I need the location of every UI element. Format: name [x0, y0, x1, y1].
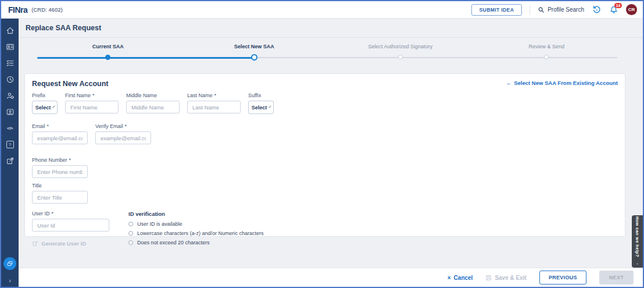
chevron-down-icon [269, 105, 271, 108]
home-icon[interactable] [5, 26, 15, 35]
last-name-field[interactable] [187, 101, 241, 113]
id-card-icon[interactable] [5, 42, 15, 51]
title-label: Title [32, 183, 88, 189]
header-divider [529, 5, 530, 15]
notification-badge: 14 [614, 3, 622, 8]
verify-email-field[interactable] [95, 131, 151, 144]
prefix-label: Prefix [32, 93, 58, 98]
step-dot-completed [105, 55, 110, 60]
prefix-select[interactable]: Select [32, 101, 58, 114]
close-icon: × [448, 275, 451, 281]
step-review-send: Review & Send [474, 44, 620, 61]
user-id-field[interactable] [32, 219, 109, 232]
top-header: FINra (CRD: 4602) SUBMIT IDEA Profile Se… [1, 1, 643, 19]
id-rule-characters: Lowercase characters (a-z) and/or Numeri… [128, 230, 264, 236]
step-dot-upcoming [544, 55, 549, 59]
user-avatar[interactable]: CR [626, 4, 637, 15]
card-title: Request New Account [32, 80, 109, 88]
step-current-saa: Current SAA [35, 44, 181, 61]
radio-icon[interactable] [128, 222, 133, 226]
middle-name-field[interactable] [126, 101, 180, 113]
first-name-label: First Name* [65, 93, 119, 98]
profile-search-label: Profile Search [548, 6, 584, 13]
required-marker: * [214, 93, 217, 98]
user-id-label: User ID* [32, 211, 109, 216]
suffix-label: Suffix [248, 93, 274, 98]
crd-label: (CRD: 4602) [31, 6, 62, 13]
generate-icon [32, 240, 38, 247]
user-settings-icon[interactable] [5, 91, 15, 100]
footer-action-bar: × Cancel Save & Exit PREVIOUS NEXT [19, 268, 643, 287]
profile-search[interactable]: Profile Search [538, 6, 584, 13]
notifications-bell-icon[interactable]: 14 [609, 5, 618, 15]
phone-label: Phone Number* [32, 157, 88, 163]
cancel-button[interactable]: × Cancel [448, 275, 473, 281]
save-icon [485, 275, 492, 281]
suffix-select[interactable]: Select [248, 101, 274, 114]
step-dot-current [251, 54, 257, 61]
team-icon[interactable] [5, 107, 15, 116]
quick-panel-button[interactable] [3, 257, 16, 270]
external-link-icon[interactable] [5, 156, 15, 165]
radio-icon[interactable] [128, 231, 133, 236]
checklist-icon[interactable] [5, 58, 15, 67]
finra-logo: FINra [8, 5, 27, 15]
last-name-label: Last Name* [187, 93, 241, 98]
submit-idea-button[interactable]: SUBMIT IDEA [471, 4, 523, 16]
save-exit-button[interactable]: Save & Exit [485, 275, 526, 281]
id-verification-group: ID verification User ID is available Low… [128, 211, 264, 249]
required-marker: * [47, 123, 49, 129]
phone-field[interactable] [32, 165, 88, 178]
id-verification-title: ID verification [128, 211, 264, 217]
radio-icon[interactable] [128, 240, 133, 245]
main-content: Replace SAA Request Current SAA Select N… [19, 19, 643, 287]
recent-history-icon[interactable] [592, 5, 602, 15]
required-marker: * [52, 211, 54, 216]
email-label: Email* [32, 123, 88, 129]
request-new-account-card: Request New Account ← Select New SAA Fro… [24, 73, 625, 237]
page-title: Replace SAA Request [19, 19, 643, 38]
app-window: FINra (CRD: 4602) SUBMIT IDEA Profile Se… [1, 1, 643, 287]
required-marker: * [69, 157, 71, 163]
title-field[interactable] [32, 191, 88, 204]
help-tab[interactable]: How can we help? ‹ [632, 215, 643, 268]
previous-button[interactable]: PREVIOUS [539, 271, 586, 285]
search-icon [538, 6, 545, 13]
help-question-icon[interactable]: ? [5, 140, 15, 149]
progress-stepper: Current SAA Select New SAA Select Author… [19, 38, 643, 67]
required-marker: * [92, 93, 95, 98]
sidebar-expand-chevron[interactable]: › [1, 275, 19, 286]
id-rule-length: Does not exceed 20 characters [128, 240, 264, 246]
step-dot-upcoming [398, 55, 403, 59]
clock-history-icon[interactable] [5, 74, 15, 84]
required-marker: * [125, 123, 127, 129]
chevron-down-icon [53, 105, 55, 108]
first-name-field[interactable] [65, 101, 119, 113]
chevron-left-icon: ‹ [636, 261, 638, 266]
email-field[interactable] [32, 131, 88, 144]
left-sidebar-nav: </> ? › [1, 19, 19, 287]
step-select-new-saa: Select New SAA [181, 44, 328, 61]
help-tab-label: How can we help? [635, 216, 640, 257]
id-rule-available: User ID is available [128, 221, 264, 227]
select-existing-account-link[interactable]: ← Select New SAA From Existing Account [506, 80, 618, 86]
middle-name-label: Middle Name [126, 93, 180, 98]
generate-user-id-button[interactable]: Generate User ID [32, 240, 109, 247]
verify-email-label: Verify Email* [95, 123, 151, 129]
back-arrow-icon: ← [506, 80, 512, 86]
step-select-authorized-signatory: Select Authorized Signatory [327, 44, 474, 61]
code-icon[interactable]: </> [5, 123, 15, 133]
next-button[interactable]: NEXT [599, 271, 634, 285]
